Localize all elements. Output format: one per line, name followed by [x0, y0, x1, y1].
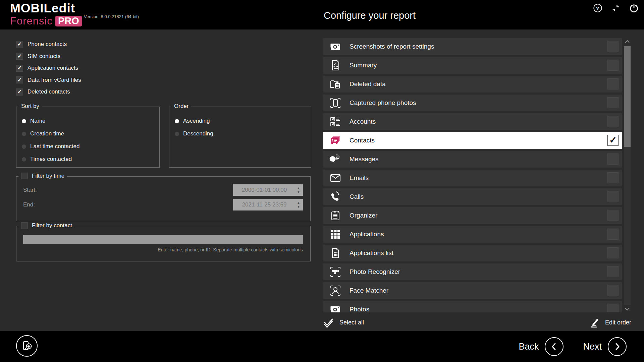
report-section-contacts[interactable]: Contacts✓	[323, 132, 622, 149]
report-section-checkbox-calls[interactable]	[607, 191, 619, 202]
face-frame-icon	[329, 285, 341, 297]
report-section-applications-list[interactable]: Applications list	[323, 245, 622, 261]
report-section-checkbox-photos[interactable]	[607, 304, 619, 312]
radio-dot[interactable]	[175, 132, 179, 136]
checkbox-phone-contacts[interactable]: ✓Phone contacts	[16, 40, 67, 48]
checkbox-box-phone-contacts[interactable]: ✓	[16, 41, 23, 48]
report-section-checkbox-contacts[interactable]: ✓	[607, 135, 619, 146]
add-phone-button[interactable]	[16, 335, 38, 357]
checkbox-box-application-contacts[interactable]: ✓	[16, 65, 23, 72]
order-group: Order AscendingDescending	[169, 107, 311, 168]
edit-order-button[interactable]: Edit order	[589, 317, 631, 328]
checkbox-box-sim-contacts[interactable]: ✓	[16, 53, 23, 60]
checkbox-box-deleted-contacts[interactable]: ✓	[16, 88, 23, 96]
end-label: End:	[23, 201, 35, 208]
checkbox-application-contacts[interactable]: ✓Application contacts	[16, 64, 78, 72]
add-phone-icon	[21, 340, 33, 352]
report-section-checkbox-summary[interactable]	[607, 60, 619, 71]
radio-sort-times-contacted[interactable]: Times contacted	[22, 155, 159, 163]
edit-order-icon	[589, 317, 600, 328]
report-section-accounts[interactable]: Accounts	[323, 113, 622, 130]
svg-text:?: ?	[596, 5, 599, 11]
radio-sort-name[interactable]: Name	[22, 117, 159, 125]
calls-icon	[329, 191, 341, 203]
checkbox-deleted-contacts[interactable]: ✓Deleted contacts	[16, 88, 70, 96]
report-section-captured-phone-photos[interactable]: Captured phone photos	[323, 95, 622, 111]
radio-dot[interactable]	[22, 157, 26, 162]
report-section-applications[interactable]: Applications	[323, 226, 622, 243]
radio-dot[interactable]	[22, 144, 26, 149]
report-section-calls[interactable]: Calls	[323, 188, 622, 205]
checkbox-box-data-from-vcard-files[interactable]: ✓	[16, 76, 23, 83]
help-icon[interactable]: ?	[592, 3, 603, 13]
report-section-checkbox-photo-recognizer[interactable]	[607, 266, 619, 277]
next-label[interactable]: Next	[583, 342, 602, 352]
radio-order-descending[interactable]: Descending	[175, 130, 311, 138]
report-section-label: Applications	[350, 231, 384, 238]
report-section-checkbox-deleted-data[interactable]	[607, 78, 619, 89]
report-section-checkbox-accounts[interactable]	[607, 116, 619, 127]
report-section-emails[interactable]: Emails	[323, 170, 622, 186]
report-section-label: Face Matcher	[350, 287, 388, 294]
report-section-label: Messages	[350, 156, 379, 163]
report-section-checkbox-messages[interactable]	[607, 154, 619, 165]
report-section-label: Emails	[350, 174, 369, 182]
report-section-checkbox-screenshots-of-report-settings[interactable]	[607, 41, 619, 52]
radio-dot[interactable]	[175, 119, 179, 123]
report-section-summary[interactable]: Summary	[323, 57, 622, 74]
end-datetime-value: 2021-11-25 23:59	[233, 201, 296, 208]
footer-bar: Back Next	[0, 331, 644, 362]
back-button[interactable]	[545, 337, 564, 356]
radio-sort-creation-time[interactable]: Creation time	[22, 130, 159, 138]
scrollbar-track[interactable]	[624, 46, 631, 305]
report-section-deleted-data[interactable]: Deleted data	[323, 76, 622, 93]
report-section-organizer[interactable]: Organizer	[323, 207, 622, 224]
report-section-screenshots-of-report-settings[interactable]: Screenshots of report settings	[323, 38, 622, 55]
report-section-photo-recognizer[interactable]: Photo Recognizer	[323, 263, 622, 280]
radio-order-ascending[interactable]: Ascending	[175, 117, 311, 125]
envelope-icon	[329, 172, 341, 184]
report-section-face-matcher[interactable]: Face Matcher	[323, 282, 622, 299]
report-section-label: Photo Recognizer	[350, 268, 400, 276]
camera-icon	[329, 303, 341, 312]
filter-by-contact-label: Filter by contact	[32, 222, 72, 229]
checkbox-label: Deleted contacts	[28, 88, 70, 95]
gun-frame-icon	[329, 266, 341, 278]
end-spin-down-icon: ▼	[297, 205, 300, 208]
report-section-checkbox-organizer[interactable]	[607, 210, 619, 221]
report-sections-list: Screenshots of report settingsSummaryDel…	[323, 38, 622, 312]
report-section-messages[interactable]: Messages	[323, 151, 622, 168]
start-spin-up-icon: ▲	[297, 187, 300, 190]
grid-icon	[329, 228, 341, 240]
report-section-checkbox-applications[interactable]	[607, 229, 619, 240]
scrollbar-thumb[interactable]	[624, 46, 631, 147]
radio-sort-last-time-contacted[interactable]: Last time contacted	[22, 142, 159, 150]
select-all-button[interactable]: Select all	[323, 317, 364, 328]
report-section-checkbox-captured-phone-photos[interactable]	[607, 97, 619, 108]
report-section-label: Contacts	[350, 137, 375, 144]
filter-by-time-checkbox[interactable]	[21, 173, 28, 179]
checkbox-data-from-vcard-files[interactable]: ✓Data from vCard files	[16, 76, 81, 84]
report-section-checkbox-face-matcher[interactable]	[607, 285, 619, 296]
power-icon[interactable]	[629, 3, 639, 13]
edit-order-label: Edit order	[605, 319, 631, 326]
report-section-label: Organizer	[350, 212, 377, 219]
report-section-label: Summary	[350, 62, 377, 69]
scroll-down-icon[interactable]	[623, 306, 631, 312]
report-section-checkbox-applications-list[interactable]	[607, 247, 619, 258]
filter-by-contact-checkbox[interactable]	[21, 222, 28, 229]
scroll-up-icon[interactable]	[623, 38, 631, 45]
report-section-checkbox-emails[interactable]	[607, 172, 619, 183]
summary-icon	[329, 59, 341, 71]
report-section-photos[interactable]: Photos	[323, 301, 622, 312]
messages-icon	[329, 153, 341, 165]
dock-window-icon[interactable]	[610, 3, 621, 13]
next-button[interactable]	[608, 337, 627, 356]
radio-dot[interactable]	[22, 132, 26, 136]
radio-label: Last time contacted	[30, 143, 79, 150]
radio-dot[interactable]	[22, 119, 26, 123]
back-label[interactable]: Back	[519, 342, 539, 352]
checkbox-sim-contacts[interactable]: ✓SIM contacts	[16, 52, 60, 60]
report-section-label: Screenshots of report settings	[350, 43, 434, 50]
end-datetime-input: 2021-11-25 23:59 ▲ ▼	[233, 199, 303, 210]
